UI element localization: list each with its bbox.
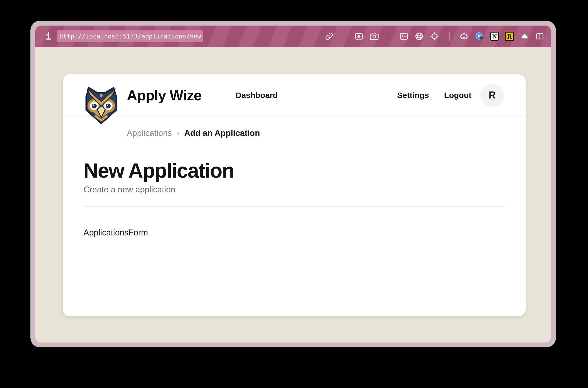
link-icon[interactable] xyxy=(324,31,334,41)
locate-icon[interactable] xyxy=(430,31,439,41)
photos-icon[interactable] xyxy=(354,31,364,41)
brand-title: Apply Wize xyxy=(127,74,202,116)
globe-icon[interactable] xyxy=(414,31,424,41)
terminal-icon[interactable] xyxy=(399,31,409,41)
extensions-puzzle-icon[interactable] xyxy=(459,31,469,41)
address-bar[interactable]: http://localhost:5173/applications/new xyxy=(57,30,203,42)
app-header: Apply Wize Dashboard Settings Logout R xyxy=(63,74,526,117)
r-extension-icon[interactable]: R xyxy=(505,32,514,41)
avatar[interactable]: R xyxy=(480,83,504,107)
camera-icon[interactable] xyxy=(369,31,379,41)
settings-link[interactable]: Settings xyxy=(397,91,429,100)
toolbar-separator xyxy=(449,31,450,41)
cloud-icon[interactable] xyxy=(520,31,529,41)
onepassword-extension-icon[interactable] xyxy=(475,31,484,41)
nav-dashboard[interactable]: Dashboard xyxy=(236,74,278,116)
page-background: Apply Wize Dashboard Settings Logout R A… xyxy=(35,47,551,343)
page-subtitle: Create a new application xyxy=(83,185,505,195)
page-main: New Application Create a new application… xyxy=(83,160,505,238)
section-divider xyxy=(83,206,505,207)
split-view-icon[interactable] xyxy=(535,31,545,41)
applications-form-placeholder: ApplicationsForm xyxy=(83,228,505,238)
browser-window-inner: i http://localhost:5173/applications/new xyxy=(35,26,551,343)
header-actions: Settings Logout R xyxy=(397,74,504,116)
browser-window: i http://localhost:5173/applications/new xyxy=(30,21,556,347)
browser-toolbar: i http://localhost:5173/applications/new xyxy=(35,26,551,47)
breadcrumb-current: Add an Application xyxy=(184,128,260,138)
logout-link[interactable]: Logout xyxy=(444,91,471,100)
page-title: New Application xyxy=(83,160,505,181)
app-card: Apply Wize Dashboard Settings Logout R A… xyxy=(63,74,526,316)
toolbar-icons: N R xyxy=(324,31,545,41)
toolbar-separator xyxy=(344,31,344,41)
info-icon[interactable]: i xyxy=(46,31,51,42)
chevron-right-icon: › xyxy=(177,129,179,138)
desktop-background: i http://localhost:5173/applications/new xyxy=(0,0,588,388)
toolbar-separator xyxy=(389,31,389,41)
notion-extension-icon[interactable]: N xyxy=(490,32,499,41)
owl-logo xyxy=(82,84,120,125)
breadcrumb: Applications › Add an Application xyxy=(127,128,260,138)
breadcrumb-applications[interactable]: Applications xyxy=(127,128,172,138)
